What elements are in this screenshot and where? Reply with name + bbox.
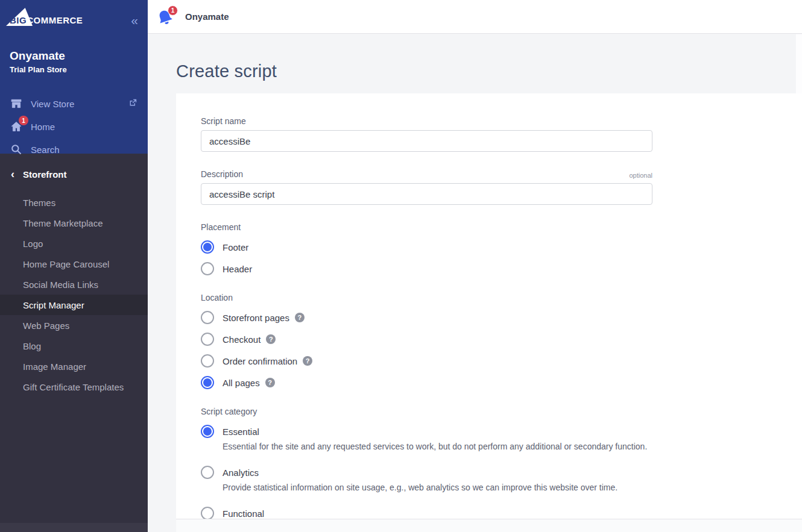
radio-icon[interactable] — [201, 507, 214, 519]
sidebar-item-themes[interactable]: Themes — [0, 192, 148, 213]
radio-option-footer[interactable]: Footer — [201, 240, 652, 254]
description-input[interactable] — [201, 183, 652, 205]
footer-strip — [176, 519, 802, 532]
category-option-essential: Essential Essential for the site and any… — [201, 425, 652, 451]
sidebar-item-theme-marketplace[interactable]: Theme Marketplace — [0, 213, 148, 233]
sidebar-item-logo[interactable]: Logo — [0, 233, 148, 254]
search-icon — [10, 143, 23, 156]
sidebar-item-search[interactable]: Search — [10, 138, 138, 161]
home-notification-badge: 1 — [19, 116, 28, 125]
sidebar-item-social-media-links[interactable]: Social Media Links — [0, 274, 148, 295]
radio-icon[interactable] — [201, 425, 214, 438]
script-name-input[interactable] — [201, 130, 652, 152]
sidebar-item-home[interactable]: 1 Home — [10, 115, 138, 138]
help-icon[interactable]: ? — [265, 378, 275, 387]
sidebar-footer-strip — [0, 523, 148, 532]
script-category-group: Script category Essential Essential for … — [201, 407, 652, 519]
category-option-analytics: Analytics Provide statistical informatio… — [201, 466, 652, 492]
sidebar-item-label: Home — [31, 122, 55, 132]
logo-text-big: BIG — [10, 15, 27, 25]
sidebar-item-image-manager[interactable]: Image Manager — [0, 356, 148, 377]
radio-label: Essential — [223, 427, 259, 437]
radio-option-order-confirmation[interactable]: Order confirmation ? — [201, 354, 652, 368]
script-name-field: Script name — [201, 116, 652, 152]
category-description: Provide statistical information on site … — [223, 483, 652, 492]
external-link-icon[interactable] — [128, 98, 138, 110]
main-content: Create script Script name Description op… — [148, 34, 802, 532]
storefront-menu: Themes Theme Marketplace Logo Home Page … — [0, 192, 148, 397]
notification-badge: 1 — [168, 5, 178, 16]
topbar: 1 Onyamate — [148, 0, 802, 34]
sidebar-item-blog[interactable]: Blog — [0, 336, 148, 356]
radio-label: Footer — [223, 242, 248, 252]
store-identity: Onyamate Trial Plan Store — [10, 49, 138, 74]
description-field: Description optional — [201, 169, 652, 205]
sidebar-item-web-pages[interactable]: Web Pages — [0, 315, 148, 336]
location-group: Location Storefront pages ? Checkout ? O… — [201, 293, 652, 389]
category-description: Essential for the site and any requested… — [223, 442, 652, 451]
radio-label: Functional — [223, 509, 264, 519]
collapse-sidebar-icon[interactable]: « — [131, 14, 138, 27]
radio-option-all-pages[interactable]: All pages ? — [201, 376, 652, 389]
sidebar-item-label: View Store — [31, 99, 74, 109]
sidebar-item-label: Search — [31, 145, 60, 155]
sidebar-item-home-page-carousel[interactable]: Home Page Carousel — [0, 254, 148, 274]
scrollbar[interactable] — [796, 34, 802, 93]
home-icon: 1 — [10, 120, 23, 133]
radio-option-storefront-pages[interactable]: Storefront pages ? — [201, 311, 652, 324]
logo-text-commerce: COMMERCE — [27, 15, 83, 25]
radio-icon[interactable] — [201, 466, 214, 479]
script-category-label: Script category — [201, 407, 652, 416]
store-name: Onyamate — [10, 49, 138, 63]
script-name-label: Script name — [201, 116, 246, 126]
radio-icon[interactable] — [201, 354, 214, 368]
optional-tag: optional — [629, 172, 652, 179]
radio-icon[interactable] — [201, 240, 214, 254]
create-script-card: Script name Description optional Placeme… — [176, 93, 802, 519]
radio-option-essential[interactable]: Essential — [201, 425, 652, 438]
category-option-functional: Functional — [201, 507, 652, 519]
help-icon[interactable]: ? — [266, 334, 276, 344]
sidebar-item-view-store[interactable]: View Store — [10, 92, 138, 115]
radio-option-header[interactable]: Header — [201, 262, 652, 275]
radio-option-functional[interactable]: Functional — [201, 507, 652, 519]
radio-label: Storefront pages — [223, 313, 289, 323]
section-title-storefront[interactable]: Storefront — [23, 169, 67, 180]
back-chevron-icon[interactable]: ‹ — [11, 169, 14, 180]
placement-group: Placement Footer Header — [201, 222, 652, 275]
bigcommerce-logo[interactable]: BIG COMMERCE — [10, 12, 83, 28]
sidebar-item-gift-certificate-templates[interactable]: Gift Certificate Templates — [0, 377, 148, 397]
radio-icon[interactable] — [201, 311, 214, 324]
radio-icon[interactable] — [201, 262, 214, 275]
help-icon[interactable]: ? — [303, 356, 312, 366]
radio-label: Header — [223, 264, 252, 274]
sidebar-item-script-manager[interactable]: Script Manager — [0, 295, 148, 315]
help-icon[interactable]: ? — [295, 313, 305, 322]
radio-label: Analytics — [223, 468, 259, 478]
sidebar-top-section: BIG COMMERCE « Onyamate Trial Plan Store… — [0, 0, 148, 154]
radio-label: Checkout — [223, 334, 260, 345]
description-label: Description — [201, 169, 243, 179]
topbar-store-name: Onyamate — [185, 11, 229, 22]
placement-label: Placement — [201, 222, 652, 232]
radio-option-checkout[interactable]: Checkout ? — [201, 333, 652, 346]
radio-label: Order confirmation — [223, 356, 297, 366]
notifications-button[interactable]: 1 — [156, 7, 177, 27]
radio-option-analytics[interactable]: Analytics — [201, 466, 652, 479]
radio-icon[interactable] — [201, 333, 214, 346]
radio-icon[interactable] — [201, 376, 214, 389]
storefront-icon — [10, 97, 23, 110]
location-label: Location — [201, 293, 652, 302]
store-plan: Trial Plan Store — [10, 65, 138, 74]
page-title: Create script — [176, 61, 277, 81]
radio-label: All pages — [223, 378, 260, 388]
sidebar: BIG COMMERCE « Onyamate Trial Plan Store… — [0, 0, 148, 532]
